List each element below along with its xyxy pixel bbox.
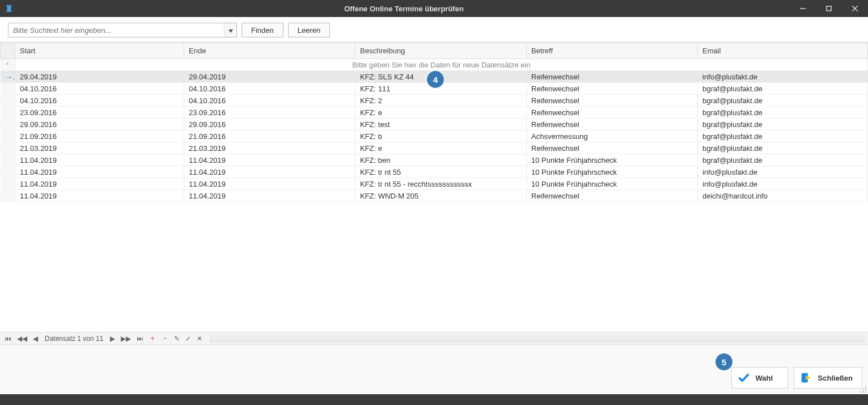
cell-email[interactable]: bgraf@plusfakt.de bbox=[698, 107, 868, 119]
nav-edit-button[interactable]: ✎ bbox=[173, 335, 181, 343]
cell-email[interactable]: bgraf@plusfakt.de bbox=[698, 130, 868, 142]
cell-beschreibung[interactable]: KFZ: tr nt 55 - recchtsssssssssssx bbox=[355, 178, 527, 190]
table-row[interactable]: 04.10.201604.10.2016KFZ: 111Reifenwechse… bbox=[1, 83, 868, 95]
cell-betreff[interactable]: Reifenwechsel bbox=[527, 95, 698, 107]
cell-start[interactable]: 29.09.2016 bbox=[15, 119, 184, 130]
cell-email[interactable]: info@plusfakt.de bbox=[698, 166, 868, 178]
cell-ende[interactable]: 11.04.2019 bbox=[184, 166, 355, 178]
row-indicator-header bbox=[1, 43, 15, 59]
new-row-indicator: * bbox=[1, 59, 15, 71]
col-beschreibung[interactable]: Beschreibung bbox=[355, 43, 527, 59]
cell-betreff[interactable]: Reifenwechsel bbox=[527, 71, 698, 83]
cell-betreff[interactable]: 10 Punkte Frühjahrscheck bbox=[527, 166, 698, 178]
cell-beschreibung[interactable]: KFZ: 2 bbox=[355, 95, 527, 107]
cell-ende[interactable]: 04.10.2016 bbox=[184, 83, 355, 95]
cell-email[interactable]: bgraf@plusfakt.de bbox=[698, 95, 868, 107]
nav-first-button[interactable]: ⏮ bbox=[3, 335, 12, 343]
cell-start[interactable]: 04.10.2016 bbox=[15, 83, 184, 95]
svg-point-8 bbox=[861, 391, 862, 393]
cell-email[interactable]: bgraf@plusfakt.de bbox=[698, 142, 868, 154]
cell-betreff[interactable]: Reifenwechsel bbox=[527, 83, 698, 95]
cell-beschreibung[interactable]: KFZ: test bbox=[355, 119, 527, 130]
table-row[interactable]: 21.03.201921.03.2019KFZ: eReifenwechselb… bbox=[1, 142, 868, 154]
nav-next-page-button[interactable]: ▶▶ bbox=[120, 335, 132, 343]
cell-betreff[interactable]: Reifenwechsel bbox=[527, 119, 698, 130]
cell-email[interactable]: deichi@hardcut.info bbox=[698, 190, 868, 202]
svg-point-6 bbox=[863, 389, 864, 390]
cell-start[interactable]: 11.04.2019 bbox=[15, 190, 184, 202]
cell-beschreibung[interactable]: KFZ: e bbox=[355, 142, 527, 154]
cell-beschreibung[interactable]: KFZ: WND-M 205 bbox=[355, 190, 527, 202]
cell-start[interactable]: 04.10.2016 bbox=[15, 95, 184, 107]
col-start[interactable]: Start bbox=[15, 43, 184, 59]
table-row[interactable]: 04.10.201604.10.2016KFZ: 2Reifenwechselb… bbox=[1, 95, 868, 107]
navigator-scroll-track[interactable] bbox=[210, 335, 865, 343]
table-row[interactable]: 23.09.201623.09.2016KFZ: eReifenwechselb… bbox=[1, 107, 868, 119]
titlebar: Offene Online Termine überprüfen bbox=[0, 0, 868, 17]
cell-email[interactable]: info@plusfakt.de bbox=[698, 178, 868, 190]
nav-add-button[interactable]: ＋ bbox=[148, 334, 157, 343]
nav-prev-page-button[interactable]: ◀◀ bbox=[16, 335, 28, 343]
cell-beschreibung[interactable]: KFZ: tr nt 55 bbox=[355, 166, 527, 178]
nav-cancel-button[interactable]: ✕ bbox=[196, 335, 204, 343]
cell-beschreibung[interactable]: KFZ: b bbox=[355, 130, 527, 142]
new-row[interactable]: *Bitte geben Sie hier die Daten für neue… bbox=[1, 59, 868, 71]
cell-ende[interactable]: 11.04.2019 bbox=[184, 178, 355, 190]
table-row[interactable]: 11.04.201911.04.2019KFZ: tr nt 5510 Punk… bbox=[1, 166, 868, 178]
nav-prev-button[interactable]: ◀ bbox=[32, 335, 39, 343]
cell-start[interactable]: 21.09.2016 bbox=[15, 130, 184, 142]
table-row[interactable]: 11.04.201911.04.2019KFZ: tr nt 55 - recc… bbox=[1, 178, 868, 190]
cell-email[interactable]: bgraf@plusfakt.de bbox=[698, 83, 868, 95]
select-button[interactable]: Wahl bbox=[731, 367, 788, 389]
maximize-button[interactable] bbox=[816, 0, 842, 17]
cell-beschreibung[interactable]: KFZ: 111 bbox=[355, 83, 527, 95]
cell-ende[interactable]: 04.10.2016 bbox=[184, 95, 355, 107]
cell-betreff[interactable]: 10 Punkte Frühjahrscheck bbox=[527, 178, 698, 190]
cell-betreff[interactable]: Reifenwechsel bbox=[527, 142, 698, 154]
search-input[interactable] bbox=[8, 23, 237, 37]
cell-ende[interactable]: 29.09.2016 bbox=[184, 119, 355, 130]
cell-beschreibung[interactable]: KFZ: e bbox=[355, 107, 527, 119]
cell-ende[interactable]: 11.04.2019 bbox=[184, 190, 355, 202]
table-row[interactable]: 11.04.201911.04.2019KFZ: WND-M 205Reifen… bbox=[1, 190, 868, 202]
close-button[interactable] bbox=[842, 0, 868, 17]
nav-delete-button[interactable]: － bbox=[160, 334, 170, 343]
table-row[interactable]: 29.09.201629.09.2016KFZ: testReifenwechs… bbox=[1, 119, 868, 130]
cell-betreff[interactable]: Reifenwechsel bbox=[527, 190, 698, 202]
cell-betreff[interactable]: Reifenwechsel bbox=[527, 107, 698, 119]
nav-commit-button[interactable]: ✓ bbox=[184, 335, 192, 343]
minimize-button[interactable] bbox=[790, 0, 816, 17]
cell-beschreibung[interactable]: KFZ: SLS KZ 44 bbox=[355, 71, 527, 83]
cell-start[interactable]: 11.04.2019 bbox=[15, 178, 184, 190]
nav-last-button[interactable]: ⏭ bbox=[136, 335, 145, 343]
cell-betreff[interactable]: Achsvermessung bbox=[527, 130, 698, 142]
cell-email[interactable]: bgraf@plusfakt.de bbox=[698, 119, 868, 130]
col-betreff[interactable]: Betreff bbox=[527, 43, 698, 59]
table-row[interactable]: 11.04.201911.04.2019KFZ: ben10 Punkte Fr… bbox=[1, 154, 868, 166]
svg-point-7 bbox=[865, 389, 866, 390]
table-row[interactable]: 21.09.201621.09.2016KFZ: bAchsvermessung… bbox=[1, 130, 868, 142]
resize-grip-icon[interactable] bbox=[860, 386, 867, 393]
cell-beschreibung[interactable]: KFZ: ben bbox=[355, 154, 527, 166]
cell-start[interactable]: 29.04.2019 bbox=[15, 71, 184, 83]
cell-ende[interactable]: 29.04.2019 bbox=[184, 71, 355, 83]
cell-ende[interactable]: 11.04.2019 bbox=[184, 154, 355, 166]
nav-next-button[interactable]: ▶ bbox=[109, 335, 116, 343]
cell-ende[interactable]: 23.09.2016 bbox=[184, 107, 355, 119]
close-action-button[interactable]: Schließen bbox=[794, 367, 862, 389]
cell-betreff[interactable]: 10 Punkte Frühjahrscheck bbox=[527, 154, 698, 166]
search-dropdown-button[interactable] bbox=[224, 23, 236, 37]
col-ende[interactable]: Ende bbox=[184, 43, 355, 59]
table-row[interactable]: →29.04.201929.04.2019KFZ: SLS KZ 44Reife… bbox=[1, 71, 868, 83]
cell-start[interactable]: 11.04.2019 bbox=[15, 154, 184, 166]
cell-email[interactable]: info@plusfakt.de bbox=[698, 71, 868, 83]
cell-ende[interactable]: 21.09.2016 bbox=[184, 130, 355, 142]
find-button[interactable]: Finden bbox=[242, 23, 283, 37]
cell-email[interactable]: bgraf@plusfakt.de bbox=[698, 154, 868, 166]
clear-button[interactable]: Leeren bbox=[288, 23, 330, 37]
cell-ende[interactable]: 21.03.2019 bbox=[184, 142, 355, 154]
cell-start[interactable]: 11.04.2019 bbox=[15, 166, 184, 178]
cell-start[interactable]: 23.09.2016 bbox=[15, 107, 184, 119]
cell-start[interactable]: 21.03.2019 bbox=[15, 142, 184, 154]
col-email[interactable]: Email bbox=[698, 43, 868, 59]
